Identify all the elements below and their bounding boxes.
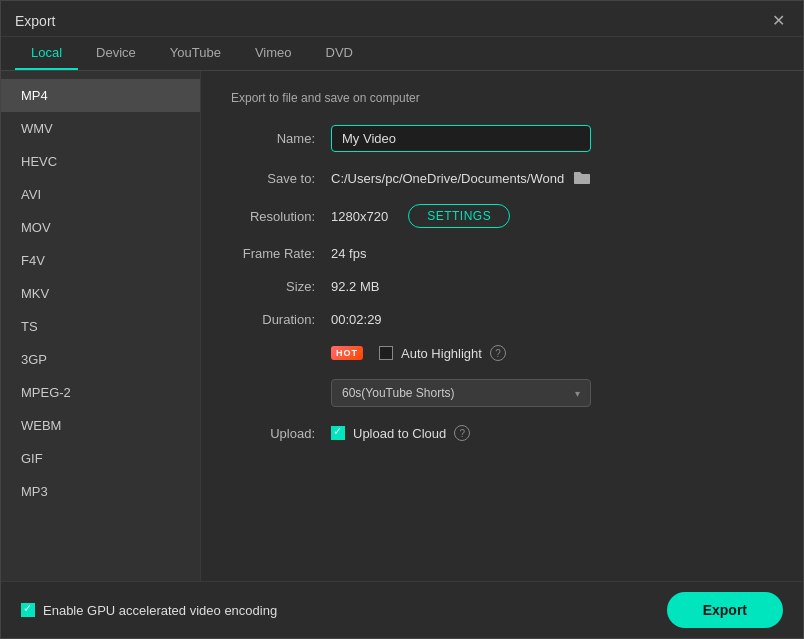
sidebar-item-mp4[interactable]: MP4 [1,79,200,112]
sidebar-item-gif[interactable]: GIF [1,442,200,475]
save-path-text: C:/Users/pc/OneDrive/Documents/Wond [331,171,564,186]
dropdown-value: 60s(YouTube Shorts) [342,386,455,400]
save-to-row: Save to: C:/Users/pc/OneDrive/Documents/… [231,170,773,186]
bottom-bar: Enable GPU accelerated video encoding Ex… [1,581,803,638]
resolution-container: 1280x720 SETTINGS [331,204,510,228]
tab-vimeo[interactable]: Vimeo [239,37,308,70]
export-window: Export ✕ Local Device YouTube Vimeo DVD … [0,0,804,639]
gpu-label: Enable GPU accelerated video encoding [43,603,277,618]
duration-label: Duration: [231,312,331,327]
auto-highlight-checkbox[interactable] [379,346,393,360]
title-bar: Export ✕ [1,1,803,37]
sidebar-item-hevc[interactable]: HEVC [1,145,200,178]
sidebar-item-ts[interactable]: TS [1,310,200,343]
save-to-label: Save to: [231,171,331,186]
tab-youtube[interactable]: YouTube [154,37,237,70]
sidebar-item-mov[interactable]: MOV [1,211,200,244]
shorts-dropdown[interactable]: 60s(YouTube Shorts) ▾ [331,379,591,407]
resolution-row: Resolution: 1280x720 SETTINGS [231,204,773,228]
sidebar-item-mkv[interactable]: MKV [1,277,200,310]
tab-bar: Local Device YouTube Vimeo DVD [1,37,803,71]
sidebar-item-3gp[interactable]: 3GP [1,343,200,376]
sidebar-item-mpeg2[interactable]: MPEG-2 [1,376,200,409]
sidebar-item-wmv[interactable]: WMV [1,112,200,145]
name-row: Name: [231,125,773,152]
size-value: 92.2 MB [331,279,379,294]
window-title: Export [15,13,55,29]
auto-highlight-label: Auto Highlight [401,346,482,361]
gpu-checkbox[interactable] [21,603,35,617]
hot-badge: HOT [331,346,363,360]
content-area: MP4 WMV HEVC AVI MOV F4V MKV TS 3GP MPEG… [1,71,803,581]
size-row: Size: 92.2 MB [231,279,773,294]
export-button[interactable]: Export [667,592,783,628]
settings-button[interactable]: SETTINGS [408,204,510,228]
resolution-label: Resolution: [231,209,331,224]
frame-rate-value: 24 fps [331,246,366,261]
auto-highlight-row: HOT Auto Highlight ? [231,345,773,361]
upload-container: Upload to Cloud ? [331,425,470,441]
tab-device[interactable]: Device [80,37,152,70]
sidebar-item-avi[interactable]: AVI [1,178,200,211]
sidebar-item-mp3[interactable]: MP3 [1,475,200,508]
sidebar-item-webm[interactable]: WEBM [1,409,200,442]
duration-row: Duration: 00:02:29 [231,312,773,327]
export-subtitle: Export to file and save on computer [231,91,773,105]
upload-row: Upload: Upload to Cloud ? [231,425,773,441]
save-path-container: C:/Users/pc/OneDrive/Documents/Wond [331,170,592,186]
main-panel: Export to file and save on computer Name… [201,71,803,581]
gpu-checkbox-row: Enable GPU accelerated video encoding [21,603,277,618]
upload-help-icon[interactable]: ? [454,425,470,441]
duration-value: 00:02:29 [331,312,382,327]
folder-icon[interactable] [572,170,592,186]
tab-local[interactable]: Local [15,37,78,70]
chevron-down-icon: ▾ [575,388,580,399]
resolution-value: 1280x720 [331,209,388,224]
tab-dvd[interactable]: DVD [310,37,369,70]
close-button[interactable]: ✕ [768,11,789,30]
size-label: Size: [231,279,331,294]
sidebar-item-f4v[interactable]: F4V [1,244,200,277]
frame-rate-row: Frame Rate: 24 fps [231,246,773,261]
upload-to-cloud-checkbox[interactable] [331,426,345,440]
sidebar: MP4 WMV HEVC AVI MOV F4V MKV TS 3GP MPEG… [1,71,201,581]
name-input[interactable] [331,125,591,152]
name-label: Name: [231,131,331,146]
auto-highlight-help-icon[interactable]: ? [490,345,506,361]
dropdown-row: 60s(YouTube Shorts) ▾ [231,379,773,407]
frame-rate-label: Frame Rate: [231,246,331,261]
upload-to-cloud-label: Upload to Cloud [353,426,446,441]
upload-label: Upload: [231,426,331,441]
highlight-container: HOT Auto Highlight ? [331,345,506,361]
